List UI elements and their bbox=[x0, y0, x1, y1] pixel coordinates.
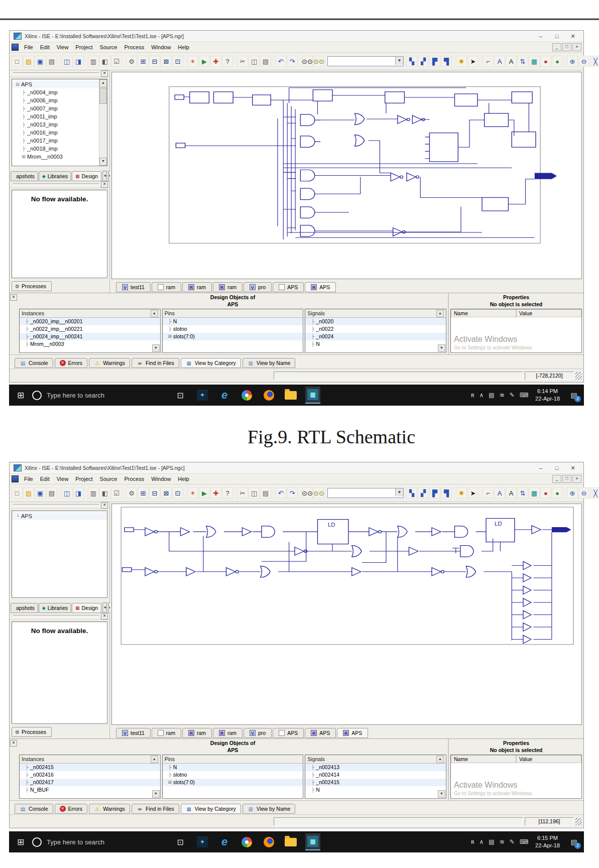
document-tab[interactable]: Rram bbox=[182, 282, 212, 292]
document-tab[interactable]: Rram bbox=[213, 728, 243, 738]
toolbar-icon[interactable] bbox=[184, 487, 187, 499]
tree-expander-icon[interactable]: ├ bbox=[20, 96, 27, 104]
toolbar-icon[interactable]: ▤ bbox=[260, 56, 271, 67]
list-item[interactable]: ├_n0024 bbox=[305, 333, 446, 340]
toolbar-icon[interactable]: ⊙⊙ bbox=[313, 487, 324, 499]
tree-expander-icon[interactable]: ├ bbox=[20, 104, 27, 112]
pins-header[interactable]: Pins bbox=[163, 309, 303, 318]
toolbar-icon[interactable]: ⊠ bbox=[161, 56, 172, 67]
menu-item[interactable]: Process bbox=[121, 475, 148, 483]
document-tab[interactable]: Vpro bbox=[244, 728, 272, 738]
console-tab[interactable]: ▦View by Category bbox=[181, 358, 241, 368]
toolbar-icon[interactable] bbox=[272, 56, 275, 67]
tray-icon[interactable]: ✎ bbox=[510, 392, 515, 399]
console-tab[interactable]: ▥View by Name bbox=[243, 804, 296, 814]
toolbar-icon[interactable]: ✚ bbox=[210, 56, 221, 67]
tree-item[interactable]: ├_n0004_imp bbox=[12, 88, 99, 96]
toolbar-icon[interactable]: ⊕ bbox=[567, 56, 578, 67]
toolbar-icon[interactable]: ● bbox=[540, 487, 551, 499]
close-icon[interactable]: ✕ bbox=[10, 740, 17, 747]
left-tab[interactable]: apshots bbox=[11, 603, 38, 613]
value-column-header[interactable]: Value bbox=[516, 755, 581, 763]
toolbar-icon[interactable]: ▥ bbox=[88, 487, 99, 499]
firefox-icon[interactable] bbox=[261, 833, 276, 850]
toolbar-icon[interactable]: ⚙ bbox=[126, 56, 137, 67]
toolbar-icon[interactable]: ▞ bbox=[418, 487, 429, 499]
tree-expander-icon[interactable]: ├ bbox=[20, 137, 27, 145]
toolbar-icon[interactable]: ⊠ bbox=[161, 487, 172, 499]
toolbar-icon[interactable]: ▶ bbox=[199, 487, 210, 499]
console-tab[interactable]: ∞Find in Files bbox=[132, 358, 179, 368]
toolbar-icon[interactable]: ▞ bbox=[418, 56, 429, 67]
file-explorer-icon[interactable] bbox=[283, 833, 298, 850]
tree-expander-icon[interactable]: ⊞ bbox=[20, 153, 27, 161]
toolbar-icon[interactable] bbox=[272, 487, 275, 499]
toolbar-icon[interactable]: ◨ bbox=[73, 487, 84, 499]
menu-item[interactable]: Source bbox=[96, 475, 121, 483]
maximize-icon[interactable]: □ bbox=[550, 31, 563, 41]
toolbar-icon[interactable]: ▦ bbox=[529, 487, 540, 499]
edge-icon[interactable]: e bbox=[217, 833, 232, 850]
menu-item[interactable]: Source bbox=[96, 43, 121, 51]
tray-icon[interactable]: ∧ bbox=[479, 392, 484, 399]
scroll-down-icon[interactable]: ▼ bbox=[152, 790, 160, 798]
toolbar-icon[interactable]: ◫ bbox=[249, 56, 260, 67]
mdi-minimize-icon[interactable]: _ bbox=[552, 43, 561, 51]
tree-expander-icon[interactable]: ├ bbox=[20, 145, 27, 153]
toolbar-icon[interactable] bbox=[452, 56, 455, 67]
scrollbar-thumb[interactable] bbox=[99, 88, 107, 104]
tray-icon[interactable]: ʀ bbox=[471, 392, 474, 399]
menu-item[interactable]: Window bbox=[148, 43, 174, 51]
toolbar-icon[interactable]: ⇅ bbox=[517, 56, 528, 67]
list-item[interactable]: ⊞slots(7:0) bbox=[163, 333, 303, 340]
close-icon[interactable]: ✕ bbox=[10, 294, 17, 301]
list-item[interactable]: ⊞slots(7:0) bbox=[163, 779, 303, 786]
mdi-close-icon[interactable]: × bbox=[572, 475, 581, 483]
list-item[interactable]: ├N bbox=[305, 786, 446, 794]
tree-scrollbar[interactable]: ▲ ▼ bbox=[99, 79, 107, 166]
menu-item[interactable]: Edit bbox=[37, 43, 53, 51]
task-view-icon[interactable]: ⊡ bbox=[173, 387, 188, 404]
tree-expander-icon[interactable]: ├ bbox=[20, 129, 27, 137]
toolbar-icon[interactable] bbox=[563, 487, 566, 499]
start-button[interactable]: ⊞ bbox=[9, 390, 32, 401]
toolbar-icon[interactable] bbox=[233, 487, 236, 499]
document-tab[interactable]: APS bbox=[273, 728, 304, 738]
tree-expander-icon[interactable]: ├ bbox=[20, 112, 27, 120]
technology-schematic-canvas[interactable]: LD LD bbox=[111, 504, 582, 725]
toolbar-icon[interactable]: ↶ bbox=[275, 56, 286, 67]
scroll-down-icon[interactable]: ▼ bbox=[99, 158, 107, 166]
menu-item[interactable]: File bbox=[21, 43, 37, 51]
tray-icon[interactable]: ∧ bbox=[479, 838, 484, 845]
tree-item[interactable]: ├_n0017_imp bbox=[12, 137, 99, 145]
toolbar-icon[interactable] bbox=[298, 56, 301, 67]
toolbar-icon[interactable]: ✶ bbox=[187, 56, 198, 67]
list-item[interactable]: ├N bbox=[163, 764, 303, 771]
pins-header[interactable]: Pins bbox=[163, 755, 303, 764]
toolbar-icon[interactable]: ⊖ bbox=[578, 487, 589, 499]
tree-item[interactable]: ├_n0013_imp bbox=[12, 120, 99, 129]
chevron-down-icon[interactable]: ▼ bbox=[395, 488, 403, 497]
name-column-header[interactable]: Name bbox=[451, 755, 516, 763]
tree-item[interactable]: ├_n0016_imp bbox=[12, 129, 99, 137]
toolbar-icon[interactable]: ▥ bbox=[88, 56, 99, 67]
menu-item[interactable]: Help bbox=[174, 43, 193, 51]
console-tab[interactable]: ⚠Warnings bbox=[89, 358, 130, 368]
list-item[interactable]: ├N bbox=[163, 318, 303, 325]
list-item[interactable]: ├_n0020 bbox=[305, 318, 446, 325]
console-tab[interactable]: ▤Console bbox=[15, 358, 53, 368]
list-item[interactable]: ├_n002415 bbox=[305, 779, 446, 786]
toolbar-icon[interactable]: ▣ bbox=[35, 56, 46, 67]
console-tab[interactable]: ✕Errors bbox=[55, 804, 88, 814]
toolbar-icon[interactable]: ⊟ bbox=[149, 56, 160, 67]
ise-app-icon[interactable]: ▦ bbox=[305, 387, 320, 404]
maximize-icon[interactable]: □ bbox=[550, 463, 563, 473]
toolbar-icon[interactable]: ╳ bbox=[590, 56, 599, 67]
toolbar-icon[interactable]: ▜ bbox=[441, 487, 452, 499]
document-tab[interactable]: RAPS bbox=[305, 282, 336, 292]
toolbar-icon[interactable]: ▚ bbox=[406, 487, 417, 499]
rtl-schematic-canvas[interactable] bbox=[111, 72, 582, 279]
tree-item[interactable]: └APS bbox=[12, 512, 107, 520]
toolbar-icon[interactable]: ◫ bbox=[61, 487, 72, 499]
toolbar-icon[interactable] bbox=[479, 56, 482, 67]
